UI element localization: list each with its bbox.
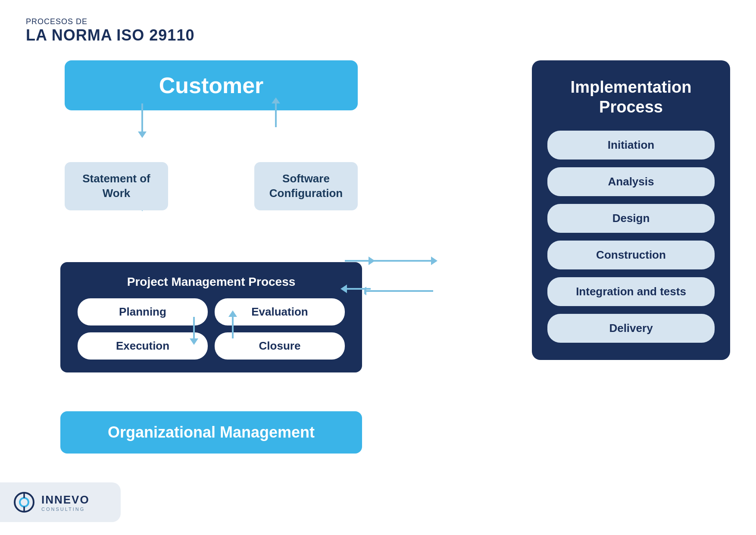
logo-sub: CONSULTING bbox=[41, 507, 90, 512]
software-config-label: Software Configuration bbox=[269, 172, 343, 200]
pmp-box: Project Management Process Planning Eval… bbox=[60, 262, 362, 372]
title-large: LA NORMA ISO 29110 bbox=[26, 26, 194, 44]
pmp-closure: Closure bbox=[215, 332, 345, 360]
logo-text: INNEVO CONSULTING bbox=[41, 493, 90, 512]
impl-delivery: Delivery bbox=[547, 314, 715, 343]
impl-construction: Construction bbox=[547, 241, 715, 269]
pmp-grid: Planning Evaluation Execution Closure bbox=[78, 298, 345, 360]
impl-design: Design bbox=[547, 204, 715, 233]
org-management-box: Organizational Management bbox=[60, 411, 362, 454]
svg-point-21 bbox=[20, 498, 28, 507]
pmp-title: Project Management Process bbox=[78, 275, 345, 289]
title-small: PROCESOS DE bbox=[26, 17, 194, 26]
docs-row: Statement of Work Software Configuration bbox=[43, 162, 379, 210]
statement-of-work-box: Statement of Work bbox=[65, 162, 168, 210]
right-panel: Implementation Process Initiation Analys… bbox=[532, 60, 730, 360]
pmp-execution: Execution bbox=[78, 332, 208, 360]
impl-integration: Integration and tests bbox=[547, 277, 715, 306]
footer-logo: INNEVO CONSULTING bbox=[0, 482, 121, 522]
innevo-logo-icon bbox=[13, 491, 35, 513]
impl-initiation: Initiation bbox=[547, 131, 715, 160]
pmp-evaluation: Evaluation bbox=[215, 298, 345, 325]
impl-analysis: Analysis bbox=[547, 167, 715, 196]
logo-name: INNEVO bbox=[41, 493, 90, 507]
implementation-title: Implementation Process bbox=[547, 78, 715, 117]
svg-marker-17 bbox=[431, 257, 437, 265]
left-diagram: Customer bbox=[43, 60, 379, 454]
page-container: PROCESOS DE LA NORMA ISO 29110 Customer bbox=[0, 0, 756, 535]
pmp-planning: Planning bbox=[78, 298, 208, 325]
statement-label: Statement of Work bbox=[82, 172, 150, 200]
svg-marker-13 bbox=[369, 257, 375, 265]
software-config-box: Software Configuration bbox=[254, 162, 358, 210]
svg-marker-1 bbox=[138, 131, 147, 138]
org-label: Organizational Management bbox=[108, 423, 315, 441]
customer-box: Customer bbox=[65, 60, 358, 110]
title-block: PROCESOS DE LA NORMA ISO 29110 bbox=[26, 17, 194, 44]
customer-label: Customer bbox=[159, 73, 264, 98]
